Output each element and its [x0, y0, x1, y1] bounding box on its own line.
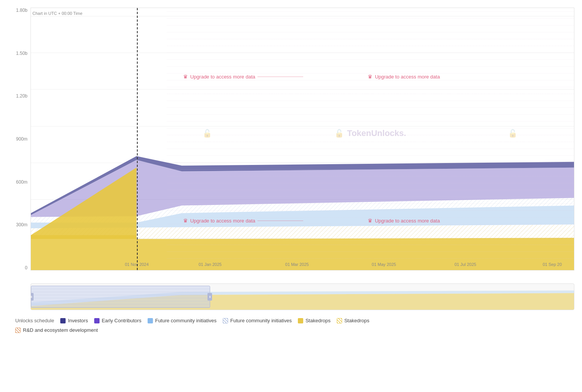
x-axis: 01 Nov 2024 01 Jan 2025 01 Mar 2025 01 M… [31, 259, 574, 270]
today-line: Today [137, 8, 138, 270]
legend-swatch-early-contributors [94, 318, 100, 323]
legend-item-fci-solid: Future community initiatives [148, 318, 217, 323]
x-label-4: 01 May 2025 [372, 262, 396, 267]
x-label-5: 01 Jul 2025 [455, 262, 476, 267]
legend-item-investors: Investors [60, 318, 88, 323]
legend-swatch-stakedrops-solid [298, 318, 303, 323]
upgrade-badge-bottom-2[interactable]: Upgrade to access more data [368, 218, 440, 224]
scrollbar[interactable]: ⏸ ⏸ [31, 283, 574, 310]
legend-title: Unlocks schedule [15, 318, 54, 323]
scrollbar-thumb[interactable]: ⏸ ⏸ [31, 286, 210, 308]
x-label-2: 01 Jan 2025 [199, 262, 222, 267]
legend-swatch-investors [60, 318, 66, 323]
chart-area: 1.80b 1.50b 1.20b 900m 600m 300m 0 [8, 8, 574, 282]
legend-label-fci-hatched: Future community initiatives [230, 318, 292, 323]
upgrade-badge-bottom-1[interactable]: Upgrade to access more data [183, 218, 304, 224]
legend-label-fci-solid: Future community initiatives [155, 318, 217, 323]
upgrade-badge-top-2[interactable]: Upgrade to access more data [368, 74, 440, 80]
legend-item-stakedrops-hatched: Stakedrops [337, 318, 370, 323]
legend-swatch-rnd [15, 328, 21, 333]
y-label-1: 1.80b [8, 8, 31, 13]
y-label-6: 300m [8, 222, 31, 227]
legend: Unlocks schedule Investors Early Contrib… [8, 310, 574, 327]
y-label-2: 1.50b [8, 51, 31, 56]
chart-inner: Today Chart in UTC + 00:00 Time 🔓 TokenU… [31, 8, 574, 282]
legend-label-investors: Investors [68, 318, 88, 323]
legend-second-row: R&D and ecosystem development [8, 327, 574, 341]
y-label-3: 1.20b [8, 93, 31, 99]
legend-item-early-contributors: Early Contributors [94, 318, 141, 323]
legend-label-rnd: R&D and ecosystem development [23, 327, 98, 333]
legend-label-stakedrops-hatched: Stakedrops [344, 318, 370, 323]
chart-container: 1.80b 1.50b 1.20b 900m 600m 300m 0 [0, 0, 582, 341]
legend-swatch-fci-hatched [223, 318, 228, 323]
legend-item-stakedrops-solid: Stakedrops [298, 318, 331, 323]
y-label-4: 900m [8, 136, 31, 142]
chart-background: Today Chart in UTC + 00:00 Time 🔓 TokenU… [31, 8, 574, 270]
y-label-7: 0 [8, 265, 31, 270]
legend-item-fci-hatched: Future community initiatives [223, 318, 292, 323]
legend-label-stakedrops-solid: Stakedrops [305, 318, 331, 323]
x-label-3: 01 Mar 2025 [285, 262, 309, 267]
upgrade-badge-top-1[interactable]: Upgrade to access more data [183, 74, 304, 80]
scroll-handle-left[interactable]: ⏸ [31, 293, 34, 301]
svg-marker-9 [31, 168, 137, 239]
y-axis: 1.80b 1.50b 1.20b 900m 600m 300m 0 [8, 8, 31, 282]
scroll-handle-right[interactable]: ⏸ [207, 293, 212, 301]
utc-label: Chart in UTC + 00:00 Time [32, 11, 82, 16]
legend-swatch-fci-solid [148, 318, 153, 323]
y-label-5: 600m [8, 179, 31, 185]
legend-swatch-stakedrops-hatched [337, 318, 342, 323]
x-label-6: 01 Sep 20 [543, 262, 562, 267]
legend-label-early-contributors: Early Contributors [102, 318, 141, 323]
chart-svg [31, 8, 574, 270]
